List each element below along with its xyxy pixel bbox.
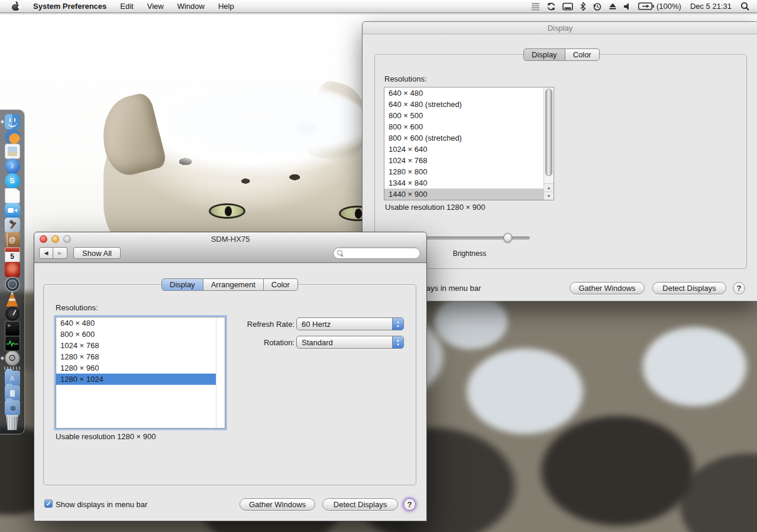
scroll-up-arrow[interactable]: ▲	[544, 183, 554, 192]
battery-percent: (100%)	[656, 2, 681, 11]
dock-icon-activity-monitor[interactable]	[0, 336, 24, 351]
menu-bar-clock[interactable]: Dec 5 21:31	[688, 2, 734, 11]
forward-button[interactable]: ▶	[53, 247, 67, 259]
show-displays-checkbox[interactable]: ✓	[44, 499, 53, 508]
dock-icon-terminal[interactable]: >	[0, 321, 24, 336]
refresh-rate-value: 60 Hertz	[297, 320, 392, 329]
bluetooth-icon[interactable]	[580, 1, 586, 12]
tab-color[interactable]: Color	[264, 278, 298, 291]
resolutions-list[interactable]: 640 × 480 640 × 480 (stretched) 800 × 50…	[384, 87, 554, 200]
dock-icon-time-machine[interactable]	[0, 277, 24, 291]
skype-s-icon: S	[9, 176, 15, 185]
list-item[interactable]: 800 × 600 (stretched)	[384, 132, 544, 144]
menu-window[interactable]: Window	[177, 2, 205, 11]
display-window-titlebar[interactable]: Display	[363, 22, 757, 34]
forward-arrow-icon: ▶	[58, 250, 62, 256]
brightness-slider-knob[interactable]	[503, 233, 512, 242]
dock-icon-finder[interactable]	[0, 114, 24, 129]
tab-arrangement[interactable]: Arrangement	[203, 278, 264, 291]
list-item[interactable]: 1280 × 800	[384, 166, 544, 177]
eject-icon[interactable]	[609, 1, 617, 12]
dock: ♪ S @ 5 > ⚙ A	[0, 109, 25, 434]
time-machine-icon[interactable]	[593, 1, 602, 12]
calendar-day: 5	[10, 252, 14, 261]
list-item[interactable]: 800 × 600	[56, 329, 216, 340]
dock-icon-itunes[interactable]: ♪	[0, 158, 24, 173]
scrollbar-track[interactable]	[216, 317, 225, 428]
stacked-lines-icon[interactable]	[531, 1, 540, 12]
dock-icon-xcode[interactable]	[0, 218, 24, 232]
menu-help[interactable]: Help	[218, 2, 234, 11]
rotation-value: Standard	[297, 338, 392, 347]
gather-windows-button[interactable]: Gather Windows	[570, 282, 645, 294]
tab-display[interactable]: Display	[161, 278, 203, 291]
resolutions-list[interactable]: 640 × 480 800 × 600 1024 × 768 1280 × 76…	[56, 317, 225, 429]
list-item[interactable]: 800 × 500	[384, 110, 544, 121]
nav-buttons: ◀ ▶	[39, 247, 67, 259]
list-item[interactable]: 1344 × 840	[384, 177, 544, 189]
gather-windows-button[interactable]: Gather Windows	[240, 498, 315, 511]
dock-icon-system-preferences[interactable]: ⚙	[0, 351, 24, 365]
rotation-popup[interactable]: Standard ▲▼	[296, 336, 404, 349]
leopard-snow	[157, 80, 370, 169]
dock-icon-skype[interactable]: S	[0, 173, 24, 188]
refresh-rate-popup[interactable]: 60 Hertz ▲▼	[296, 317, 404, 330]
rotation-label: Rotation:	[235, 338, 295, 347]
show-all-button[interactable]: Show All	[73, 247, 121, 259]
dock-icon-dashboard[interactable]	[0, 306, 24, 321]
dock-icon-documents-folder[interactable]	[0, 385, 24, 400]
scroll-down-arrow[interactable]: ▼	[544, 192, 554, 200]
sdm-window-header[interactable]: SDM-HX75 ◀ ▶ Show All	[34, 232, 426, 263]
back-arrow-icon: ◀	[44, 250, 48, 256]
dock-icon-address-book[interactable]: @	[0, 232, 24, 247]
list-item[interactable]: 1024 × 640	[384, 144, 544, 155]
dock-icon-applications-folder[interactable]: A	[0, 371, 24, 385]
sdm-hx75-window: SDM-HX75 ◀ ▶ Show All Display Arrangemen…	[34, 232, 427, 521]
dock-icon-ical[interactable]: 5	[0, 247, 24, 262]
dock-icon-preview[interactable]	[0, 144, 24, 158]
show-displays-label: Show displays in menu bar	[56, 500, 147, 509]
detect-displays-button[interactable]: Detect Displays	[652, 282, 726, 294]
dock-icon-front-row[interactable]	[0, 262, 24, 277]
search-input[interactable]	[333, 247, 420, 259]
dock-icon-firefox[interactable]	[0, 129, 24, 144]
tab-color[interactable]: Color	[565, 48, 600, 61]
battery-icon	[638, 2, 654, 10]
list-item-selected[interactable]: 1440 × 900	[384, 189, 544, 200]
usable-resolution-text: Usable resolution 757 × 532	[56, 432, 156, 441]
list-item[interactable]: 1024 × 768	[56, 340, 216, 351]
back-button[interactable]: ◀	[39, 247, 53, 259]
dock-icon-ichat[interactable]	[0, 203, 24, 218]
display-icon[interactable]	[562, 1, 573, 12]
list-item[interactable]: 640 × 480	[56, 317, 216, 329]
scrollbar[interactable]: ▲ ▼	[544, 87, 554, 200]
scrollbar-thumb[interactable]	[545, 89, 552, 176]
list-item-selected[interactable]: 1280 × 1024	[56, 374, 216, 385]
help-button[interactable]: ?	[403, 498, 416, 511]
resolutions-label: Resolutions:	[384, 74, 427, 83]
list-item[interactable]: 800 × 600	[384, 121, 544, 132]
music-note-icon: ♪	[10, 161, 14, 170]
display-window-tabs: Display Color	[523, 48, 600, 61]
list-item[interactable]: 640 × 480 (stretched)	[384, 99, 544, 110]
list-item[interactable]: 1024 × 768	[384, 155, 544, 166]
list-item[interactable]: 1280 × 768	[56, 351, 216, 362]
dock-icon-downloads-folder[interactable]	[0, 400, 24, 415]
app-menu-title[interactable]: System Preferences	[33, 2, 106, 11]
help-button[interactable]: ?	[733, 282, 745, 294]
menu-edit[interactable]: Edit	[120, 2, 133, 11]
list-item[interactable]: 1280 × 960	[56, 362, 216, 374]
dock-icon-vlc[interactable]	[0, 291, 24, 306]
menu-view[interactable]: View	[147, 2, 164, 11]
detect-displays-button[interactable]: Detect Displays	[322, 498, 398, 511]
spotlight-icon[interactable]	[740, 1, 750, 12]
battery-indicator[interactable]: (100%)	[638, 2, 681, 11]
window-title: SDM-HX75	[34, 235, 426, 244]
dock-icon-trash[interactable]	[0, 415, 24, 430]
apple-menu-icon[interactable]	[12, 2, 20, 11]
volume-icon[interactable]	[623, 1, 632, 12]
list-item[interactable]: 640 × 480	[384, 87, 544, 99]
dock-icon-textedit[interactable]	[0, 188, 24, 203]
tab-display[interactable]: Display	[523, 48, 565, 61]
sync-icon[interactable]	[546, 1, 556, 12]
